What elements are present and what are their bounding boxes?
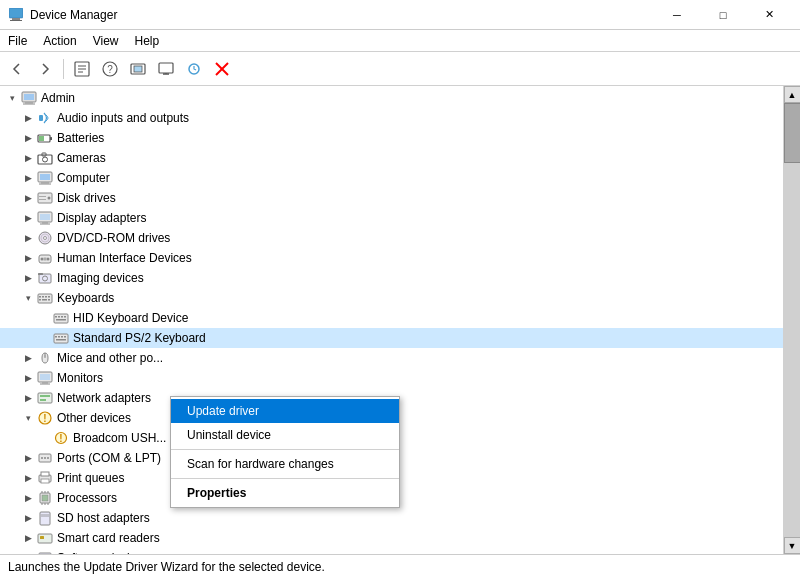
icon-network	[36, 390, 54, 406]
context-menu-separator	[171, 449, 399, 450]
menu-file[interactable]: File	[0, 30, 35, 51]
icon-audio	[36, 110, 54, 126]
context-menu-uninstall[interactable]: Uninstall device	[171, 423, 399, 447]
tree-item-monitors[interactable]: ▶ Monitors	[0, 368, 783, 388]
toolbar-help[interactable]: ?	[97, 56, 123, 82]
svg-rect-37	[40, 214, 50, 220]
svg-rect-21	[39, 115, 43, 121]
label-monitors: Monitors	[57, 371, 103, 385]
expand-keyboards: ▾	[20, 290, 36, 306]
tree-item-cameras[interactable]: ▶ Cameras	[0, 148, 783, 168]
svg-point-44	[41, 258, 44, 261]
icon-print	[36, 470, 54, 486]
scrollbar-track[interactable]	[784, 103, 801, 537]
tree-item-mice[interactable]: ▶ Mice and other po...	[0, 348, 783, 368]
svg-rect-19	[25, 102, 33, 104]
tree-item-batteries[interactable]: ▶ Batteries	[0, 128, 783, 148]
toolbar-properties[interactable]	[69, 56, 95, 82]
tree-item-admin[interactable]: ▾ Admin	[0, 88, 783, 108]
tree-item-imaging[interactable]: ▶ Imaging devices	[0, 268, 783, 288]
expand-broadcom	[36, 430, 52, 446]
icon-batteries	[36, 130, 54, 146]
label-network: Network adapters	[57, 391, 151, 405]
svg-rect-29	[40, 174, 50, 180]
svg-rect-2	[10, 20, 22, 21]
svg-rect-35	[39, 199, 46, 200]
svg-rect-91	[42, 495, 48, 501]
svg-rect-76	[38, 393, 52, 403]
toolbar-screen[interactable]	[153, 56, 179, 82]
svg-rect-10	[134, 66, 142, 72]
tree-item-sd[interactable]: ▶ SD host adapters	[0, 508, 783, 528]
minimize-button[interactable]: ─	[654, 0, 700, 30]
label-ports: Ports (COM & LPT)	[57, 451, 161, 465]
menu-help[interactable]: Help	[127, 30, 168, 51]
svg-rect-53	[45, 296, 47, 298]
context-menu-scan[interactable]: Scan for hardware changes	[171, 452, 399, 476]
scrollbar-up[interactable]: ▲	[784, 86, 801, 103]
icon-ports	[36, 450, 54, 466]
close-button[interactable]: ✕	[746, 0, 792, 30]
expand-dvd: ▶	[20, 230, 36, 246]
tree-item-audio[interactable]: ▶ Audio inputs and outputs	[0, 108, 783, 128]
tree-item-ps2-keyboard[interactable]: Standard PS/2 Keyboard	[0, 328, 783, 348]
svg-rect-38	[42, 222, 48, 224]
label-keyboards: Keyboards	[57, 291, 114, 305]
svg-rect-48	[38, 273, 43, 275]
svg-rect-20	[23, 104, 35, 105]
toolbar-scan[interactable]	[181, 56, 207, 82]
toolbar-driver[interactable]	[125, 56, 151, 82]
svg-rect-64	[54, 334, 68, 343]
svg-rect-55	[39, 299, 41, 301]
svg-rect-66	[58, 336, 60, 338]
scrollbar-down[interactable]: ▼	[784, 537, 801, 554]
label-mice: Mice and other po...	[57, 351, 163, 365]
scrollbar[interactable]: ▲ ▼	[783, 86, 800, 554]
status-text: Launches the Update Driver Wizard for th…	[8, 560, 325, 574]
svg-rect-62	[64, 316, 66, 318]
toolbar-remove[interactable]	[209, 56, 235, 82]
tree-item-dvd[interactable]: ▶ DVD/CD-ROM drives	[0, 228, 783, 248]
svg-rect-18	[24, 94, 34, 100]
menu-view[interactable]: View	[85, 30, 127, 51]
svg-rect-1	[12, 18, 20, 20]
toolbar-forward[interactable]	[32, 56, 58, 82]
scrollbar-thumb[interactable]	[784, 103, 801, 163]
svg-rect-98	[40, 512, 50, 525]
context-menu-update-driver[interactable]: Update driver	[171, 399, 399, 423]
tree-item-hid-keyboard[interactable]: HID Keyboard Device	[0, 308, 783, 328]
toolbar-separator-1	[63, 59, 64, 79]
expand-cameras: ▶	[20, 150, 36, 166]
tree-item-keyboards[interactable]: ▾ Keyboards	[0, 288, 783, 308]
menu-action[interactable]: Action	[35, 30, 84, 51]
label-software: Software devices	[57, 551, 148, 554]
context-menu-separator-2	[171, 478, 399, 479]
tree-item-disk[interactable]: ▶ Disk drives	[0, 188, 783, 208]
expand-mice: ▶	[20, 350, 36, 366]
svg-rect-78	[40, 399, 46, 401]
maximize-button[interactable]: □	[700, 0, 746, 30]
tree-item-software[interactable]: ▶ Software devices	[0, 548, 783, 554]
tree-item-hid[interactable]: ▶ Human Interface Devices	[0, 248, 783, 268]
tree-item-computer[interactable]: ▶ Computer	[0, 168, 783, 188]
context-menu-properties[interactable]: Properties	[171, 481, 399, 505]
svg-rect-0	[9, 8, 23, 18]
svg-rect-88	[41, 472, 49, 476]
svg-rect-24	[39, 136, 44, 141]
icon-smartcard	[36, 530, 54, 546]
toolbar: ?	[0, 52, 800, 86]
svg-rect-65	[55, 336, 57, 338]
toolbar-back[interactable]	[4, 56, 30, 82]
svg-rect-54	[48, 296, 50, 298]
svg-rect-77	[40, 395, 50, 397]
label-ps2-keyboard: Standard PS/2 Keyboard	[73, 331, 206, 345]
expand-display: ▶	[20, 210, 36, 226]
svg-point-85	[44, 457, 46, 459]
tree-item-display[interactable]: ▶ Display adapters	[0, 208, 783, 228]
svg-text:!: !	[59, 433, 62, 444]
device-tree[interactable]: ▾ Admin ▶ Audio inputs an	[0, 86, 783, 554]
label-hid: Human Interface Devices	[57, 251, 192, 265]
window-controls: ─ □ ✕	[654, 0, 792, 30]
label-sd: SD host adapters	[57, 511, 150, 525]
tree-item-smartcard[interactable]: ▶ Smart card readers	[0, 528, 783, 548]
